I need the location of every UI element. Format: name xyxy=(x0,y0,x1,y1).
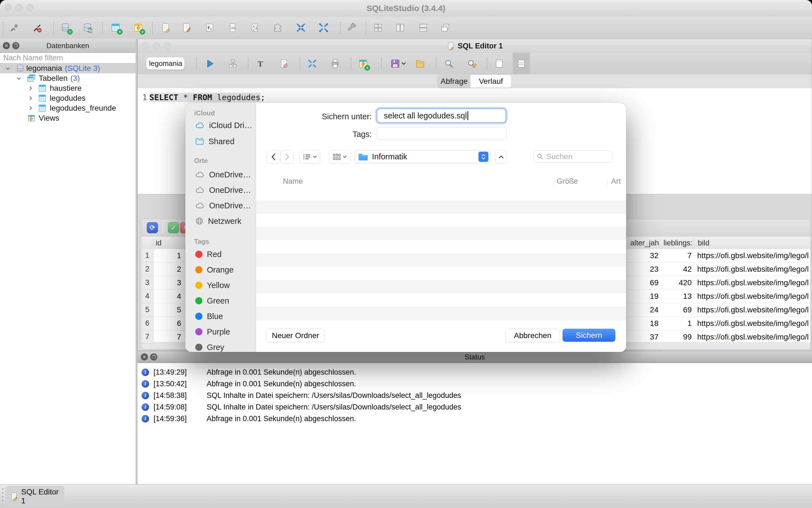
print-icon[interactable] xyxy=(329,57,342,70)
row-header[interactable]: 1 xyxy=(141,249,153,262)
execute-query-icon[interactable] xyxy=(204,57,216,70)
sidebar-item-shared[interactable]: Shared xyxy=(195,136,234,147)
col-alter[interactable]: alter_jah xyxy=(630,239,659,247)
cell-id[interactable]: 7 xyxy=(153,330,181,344)
sidebar-item-tag-orange[interactable]: Orange xyxy=(195,264,234,275)
cell-alter[interactable]: 18 xyxy=(627,317,659,330)
explain-query-plan-icon[interactable] xyxy=(227,57,239,70)
sidebar-item-tag-red[interactable]: Red xyxy=(195,249,222,260)
col-id[interactable]: id xyxy=(156,239,162,247)
sidebar-item-tag-purple[interactable]: Purple xyxy=(195,326,230,337)
tree-item-database-legomania[interactable]: legomania (SQLite 3) xyxy=(0,64,136,73)
grid-view-button[interactable] xyxy=(329,150,350,164)
database-selector[interactable]: legomania xyxy=(146,57,185,70)
save-dropdown-caret[interactable] xyxy=(401,57,407,70)
cell-alter[interactable]: 19 xyxy=(627,290,659,303)
open-collation-editor-icon[interactable]: <> xyxy=(226,21,239,34)
collapse-dialog-button[interactable] xyxy=(495,150,507,164)
search-input[interactable] xyxy=(546,152,602,161)
split-view-icon[interactable] xyxy=(515,57,528,70)
column-name[interactable]: Name xyxy=(283,177,303,186)
tree-item-table-legodudes-freunde[interactable]: legodudes_freunde xyxy=(0,103,136,113)
tags-input[interactable] xyxy=(377,127,507,140)
search-field[interactable] xyxy=(533,151,613,163)
location-stepper[interactable] xyxy=(479,152,488,162)
minimize-window-button[interactable] xyxy=(15,4,23,11)
add-view-icon[interactable]: + xyxy=(132,21,145,34)
cell-lieblings[interactable]: 13 xyxy=(660,290,692,303)
cell-alter[interactable]: 69 xyxy=(627,276,659,289)
cell-bild[interactable]: https://ofi.gbsl.website/img/lego/l xyxy=(697,303,811,316)
row-header[interactable]: 3 xyxy=(141,276,153,289)
format-sql-icon[interactable]: T xyxy=(255,57,267,70)
cell-id[interactable]: 6 xyxy=(153,317,181,330)
sidebar-item-tag-grey[interactable]: Grey xyxy=(195,342,224,352)
cell-bild[interactable]: https://ofi.gbsl.website/img/lego/l xyxy=(697,249,811,262)
back-button[interactable] xyxy=(267,150,280,164)
create-view-from-query-icon[interactable]: + xyxy=(357,57,369,70)
list-view-button[interactable] xyxy=(300,150,320,164)
cell-lieblings[interactable]: 1 xyxy=(660,317,692,330)
cell-id[interactable]: 1 xyxy=(153,249,181,262)
mdi-tile-columns-icon[interactable] xyxy=(394,21,407,34)
add-database-icon[interactable]: + xyxy=(59,21,72,34)
tree-item-tables[interactable]: Tabellen (3) xyxy=(0,73,136,83)
column-size[interactable]: Größe xyxy=(557,177,578,186)
close-status-panel-icon[interactable]: ✕ xyxy=(141,353,148,361)
sidebar-item-tag-yellow[interactable]: Yellow xyxy=(195,280,230,291)
cell-alter[interactable]: 37 xyxy=(627,330,659,344)
col-lieblings[interactable]: lieblings: xyxy=(664,239,692,247)
row-header[interactable]: 6 xyxy=(141,317,153,330)
disconnect-database-icon[interactable] xyxy=(31,21,44,34)
filename-input[interactable]: select all legodudes.sql xyxy=(377,109,506,123)
cell-bild[interactable]: https://ofi.gbsl.website/img/lego/l xyxy=(697,276,811,289)
row-header[interactable]: 5 xyxy=(141,303,153,316)
tab-verlauf[interactable]: Verlauf xyxy=(470,75,511,88)
cell-lieblings[interactable]: 420 xyxy=(660,276,692,289)
connect-database-icon[interactable] xyxy=(8,21,21,34)
tree-item-views[interactable]: Views xyxy=(0,113,136,123)
sidebar-item-netzwerk[interactable]: Netzwerk xyxy=(195,216,241,226)
sidebar-item-icloud-drive[interactable]: iCloud Dri… xyxy=(195,120,252,131)
cell-bild[interactable]: https://ofi.gbsl.website/img/lego/l xyxy=(697,263,811,276)
cell-lieblings[interactable]: 42 xyxy=(660,263,692,276)
find-icon[interactable] xyxy=(443,57,455,70)
extensions-icon[interactable] xyxy=(271,21,284,34)
cell-alter[interactable]: 32 xyxy=(627,249,659,262)
sidebar-item-onedrive-2[interactable]: OneDrive… xyxy=(195,184,251,196)
sidebar-item-tag-blue[interactable]: Blue xyxy=(195,311,223,322)
export-icon[interactable] xyxy=(317,21,330,34)
configuration-wrench-icon[interactable] xyxy=(345,21,358,34)
cell-lieblings[interactable]: 7 xyxy=(660,249,692,262)
mdi-tile-grid-icon[interactable] xyxy=(372,21,385,34)
cell-id[interactable]: 2 xyxy=(153,263,181,276)
cell-alter[interactable]: 23 xyxy=(627,263,659,276)
cell-bild[interactable]: https://ofi.gbsl.website/img/lego/l xyxy=(697,290,811,303)
cell-id[interactable]: 5 xyxy=(153,303,181,316)
tab-abfrage[interactable]: Abfrage xyxy=(438,75,470,88)
mdi-cascade-icon[interactable] xyxy=(439,21,452,34)
open-sql-file-icon[interactable] xyxy=(414,57,426,70)
save-button[interactable]: Sichern xyxy=(562,329,615,342)
sort-order-icon[interactable]: az xyxy=(249,21,261,34)
database-filter-input[interactable] xyxy=(0,53,136,64)
refresh-results-icon[interactable]: ⟳ xyxy=(147,222,158,233)
column-kind[interactable]: Art xyxy=(611,177,621,186)
export-results-icon[interactable] xyxy=(306,57,319,70)
cell-id[interactable]: 4 xyxy=(153,290,181,303)
zoom-window-button[interactable] xyxy=(27,4,34,11)
taskbar-tab-sql-editor[interactable]: SQL Editor 1 xyxy=(6,486,64,507)
new-folder-button[interactable]: Neuer Ordner xyxy=(266,329,325,342)
edit-database-icon[interactable] xyxy=(82,21,94,34)
save-sql-icon[interactable] xyxy=(389,57,402,70)
open-sql-editor-icon[interactable] xyxy=(159,21,172,34)
find-replace-icon[interactable] xyxy=(466,57,479,70)
commit-icon[interactable]: ✓ xyxy=(168,222,179,233)
tree-item-table-haustiere[interactable]: haustiere xyxy=(0,83,136,93)
file-list[interactable] xyxy=(256,187,626,320)
open-ddl-history-icon[interactable] xyxy=(180,21,193,34)
add-table-icon[interactable]: + xyxy=(109,21,122,34)
close-window-button[interactable] xyxy=(4,4,12,11)
sidebar-item-onedrive-1[interactable]: OneDrive… xyxy=(195,169,251,180)
detach-status-panel-icon[interactable]: ❐ xyxy=(150,353,157,361)
